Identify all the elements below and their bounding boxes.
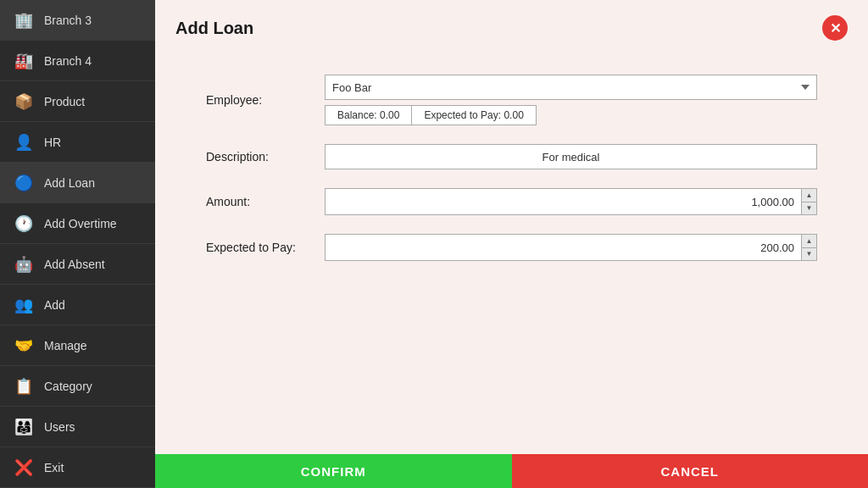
sidebar-label-category: Category xyxy=(44,380,92,393)
sidebar-icon-category: 📋 xyxy=(12,374,36,398)
employee-field-wrapper: Foo Bar Balance: 0.00 Expected to Pay: 0… xyxy=(325,75,817,125)
sidebar-label-add: Add xyxy=(44,298,65,312)
expected-input-wrapper: ▲ ▼ xyxy=(325,234,817,261)
sidebar-item-manage[interactable]: 🤝Manage xyxy=(0,325,155,366)
sidebar-label-branch3: Branch 3 xyxy=(44,14,92,27)
sidebar-icon-branch3: 🏢 xyxy=(12,8,36,32)
sidebar-label-users: Users xyxy=(44,420,75,434)
sidebar-icon-branch4: 🏭 xyxy=(12,49,36,73)
form-area: Employee: Foo Bar Balance: 0.00 Expected… xyxy=(155,49,868,454)
expected-row: Expected to Pay: ▲ ▼ xyxy=(206,234,817,261)
footer-buttons: CONFIRM CANCEL xyxy=(155,454,868,488)
sidebar-icon-hr: 👤 xyxy=(12,130,36,154)
main-content: Add Loan ✕ Employee: Foo Bar Balance: 0.… xyxy=(155,0,868,488)
sidebar-icon-exit: ❌ xyxy=(12,456,36,480)
page-title: Add Loan xyxy=(175,19,253,38)
sidebar-item-add-overtime[interactable]: 🕐Add Overtime xyxy=(0,203,155,244)
sidebar-label-manage: Manage xyxy=(44,339,87,352)
employee-label: Employee: xyxy=(206,93,325,107)
expected-field-wrapper: ▲ ▼ xyxy=(325,234,817,261)
sidebar-item-branch3[interactable]: 🏢Branch 3 xyxy=(0,0,155,41)
balance-row: Balance: 0.00 Expected to Pay: 0.00 xyxy=(325,105,537,125)
employee-row: Employee: Foo Bar Balance: 0.00 Expected… xyxy=(206,75,817,125)
sidebar-icon-manage: 🤝 xyxy=(12,334,36,358)
amount-label: Amount: xyxy=(206,195,325,208)
sidebar-item-add-loan[interactable]: 🔵Add Loan xyxy=(0,163,155,203)
balance-display: Balance: 0.00 xyxy=(326,106,412,125)
sidebar-label-hr: HR xyxy=(44,136,61,149)
sidebar-item-branch4[interactable]: 🏭Branch 4 xyxy=(0,41,155,81)
amount-down-button[interactable]: ▼ xyxy=(802,202,816,215)
expected-pay-display: Expected to Pay: 0.00 xyxy=(412,106,535,125)
amount-input-wrapper: ▲ ▼ xyxy=(325,188,817,215)
confirm-button[interactable]: CONFIRM xyxy=(155,454,512,488)
sidebar-item-exit[interactable]: ❌Exit xyxy=(0,447,155,488)
expected-input[interactable] xyxy=(326,235,801,260)
sidebar-label-exit: Exit xyxy=(44,461,64,474)
description-row: Description: xyxy=(206,144,817,169)
sidebar-label-product: Product xyxy=(44,95,85,108)
expected-down-button[interactable]: ▼ xyxy=(802,248,816,261)
sidebar-item-users[interactable]: 👨‍👩‍👧Users xyxy=(0,407,155,447)
sidebar-label-add-absent: Add Absent xyxy=(44,258,105,271)
sidebar-icon-users: 👨‍👩‍👧 xyxy=(12,415,36,439)
description-label: Description: xyxy=(206,150,325,164)
sidebar-item-hr[interactable]: 👤HR xyxy=(0,122,155,163)
sidebar-icon-add-loan: 🔵 xyxy=(12,171,36,195)
amount-field-wrapper: ▲ ▼ xyxy=(325,188,817,215)
expected-spinners: ▲ ▼ xyxy=(801,235,816,260)
sidebar-icon-add: 👥 xyxy=(12,293,36,317)
sidebar-icon-product: 📦 xyxy=(12,90,36,114)
employee-select[interactable]: Foo Bar xyxy=(325,75,817,100)
amount-spinners: ▲ ▼ xyxy=(801,189,816,214)
amount-up-button[interactable]: ▲ xyxy=(802,189,816,202)
sidebar-label-branch4: Branch 4 xyxy=(44,54,92,68)
sidebar-item-add-absent[interactable]: 🤖Add Absent xyxy=(0,244,155,285)
sidebar-label-add-overtime: Add Overtime xyxy=(44,217,117,230)
description-input[interactable] xyxy=(325,144,817,169)
main-header: Add Loan ✕ xyxy=(155,0,868,49)
amount-input[interactable] xyxy=(326,189,801,214)
sidebar-icon-add-absent: 🤖 xyxy=(12,252,36,276)
expected-up-button[interactable]: ▲ xyxy=(802,235,816,248)
expected-label: Expected to Pay: xyxy=(206,241,325,254)
cancel-button[interactable]: CANCEL xyxy=(512,454,869,488)
amount-row: Amount: ▲ ▼ xyxy=(206,188,817,215)
sidebar-item-add[interactable]: 👥Add xyxy=(0,285,155,325)
close-button[interactable]: ✕ xyxy=(822,15,848,41)
sidebar-icon-add-overtime: 🕐 xyxy=(12,212,36,236)
sidebar-label-add-loan: Add Loan xyxy=(44,176,95,190)
sidebar-item-product[interactable]: 📦Product xyxy=(0,81,155,122)
sidebar-item-category[interactable]: 📋Category xyxy=(0,366,155,407)
description-field-wrapper xyxy=(325,144,817,169)
sidebar: 🏢Branch 3🏭Branch 4📦Product👤HR🔵Add Loan🕐A… xyxy=(0,0,155,488)
